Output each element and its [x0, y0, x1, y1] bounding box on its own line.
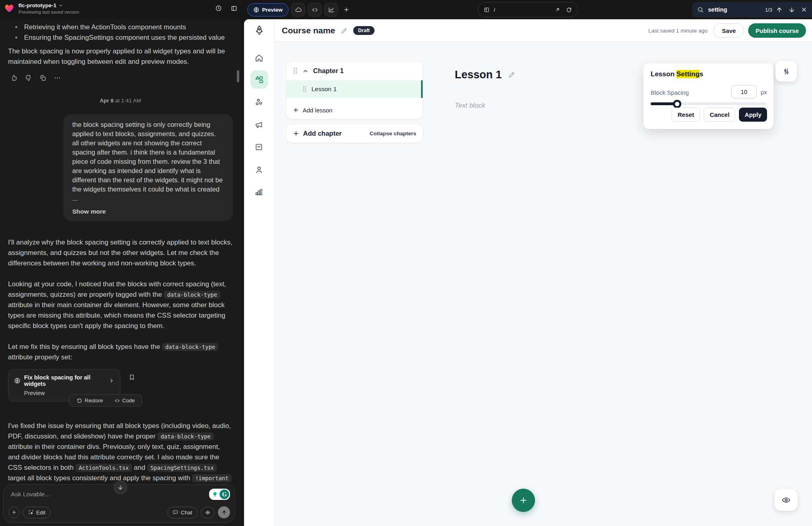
thumbs-down-icon[interactable]	[24, 73, 33, 82]
chat-scrollbar[interactable]	[237, 70, 239, 82]
project-name: flc-prototype-1	[18, 2, 57, 8]
open-external-button[interactable]	[555, 7, 560, 13]
copy-icon[interactable]	[39, 73, 47, 82]
code-icon	[311, 6, 318, 13]
cancel-button[interactable]: Cancel	[704, 108, 735, 122]
find-next-button[interactable]	[788, 6, 795, 13]
edit-mode-button[interactable]: Edit	[23, 507, 51, 518]
cloud-button[interactable]	[291, 3, 305, 16]
attach-button[interactable]	[8, 507, 20, 518]
lesson-list-item[interactable]: Lesson 1	[286, 80, 423, 98]
chevron-up-icon[interactable]	[302, 68, 309, 74]
preview-toggle-button[interactable]	[775, 489, 798, 511]
last-saved-text: Last saved 1 minute ago	[648, 28, 707, 34]
code-view-button[interactable]	[308, 3, 322, 16]
inline-code: data-block-type	[157, 432, 214, 440]
nav-nodes-icon[interactable]	[254, 98, 264, 107]
save-button[interactable]: Save	[713, 23, 744, 38]
chevron-down-icon	[59, 3, 63, 8]
code-button[interactable]: Code	[112, 397, 137, 404]
lesson-title-row: Lesson 1	[455, 67, 516, 82]
add-lesson-button[interactable]: Add lesson	[286, 101, 423, 119]
history-icon[interactable]	[215, 5, 222, 12]
nav-chart-icon[interactable]	[254, 188, 263, 196]
assistant-paragraph: I'll analyze why the block spacing setti…	[8, 237, 233, 269]
screen: flc-prototype-1 Previewing last saved ve…	[0, 0, 812, 526]
chapter-card: Chapter 1 Lesson 1 Add lesson	[286, 61, 423, 119]
plus-icon	[293, 107, 299, 113]
thumbs-up-icon[interactable]	[10, 73, 18, 82]
drag-handle-icon[interactable]	[302, 86, 307, 92]
pencil-icon[interactable]	[340, 27, 348, 35]
add-chapter-button[interactable]: Add chapter	[303, 130, 342, 137]
restore-button[interactable]: Restore	[74, 397, 106, 404]
voice-input-button[interactable]	[201, 507, 215, 518]
nav-user-icon[interactable]	[254, 165, 264, 174]
rocket-icon	[253, 24, 265, 37]
analytics-icon	[328, 6, 335, 13]
app-sidebar-rail	[244, 19, 275, 526]
assistant-paragraph: Looking at your code, I noticed that the…	[8, 279, 233, 331]
grammarly-widget[interactable]: G	[209, 489, 230, 500]
pencil-icon[interactable]	[508, 71, 516, 79]
eye-icon	[781, 495, 791, 505]
chat-input[interactable]	[10, 490, 163, 498]
add-block-fab[interactable]	[512, 489, 535, 512]
arrow-up-icon	[221, 510, 227, 516]
panel-toggle-icon[interactable]	[231, 5, 237, 12]
pages-icon	[484, 7, 490, 13]
app-preview: Course name Draft Last saved 1 minute ag…	[244, 19, 812, 526]
send-button[interactable]	[218, 506, 230, 518]
apply-button[interactable]: Apply	[739, 108, 767, 122]
chat-panel: Retrieving it when the ActionTools compo…	[0, 19, 241, 526]
inline-code: data-block-type	[164, 291, 220, 299]
edit-card-wrap: Fix block spacing for all widgets Previe…	[8, 369, 140, 402]
reset-button[interactable]: Reset	[672, 108, 700, 122]
chat-bubble-icon	[173, 510, 178, 515]
nav-home-icon[interactable]	[254, 53, 264, 63]
nav-content-shapes-icon[interactable]	[254, 75, 264, 84]
arrow-down-icon	[117, 484, 124, 491]
find-prev-button[interactable]	[776, 6, 783, 13]
show-more-link[interactable]: Show more	[72, 207, 224, 216]
bookmark-icon[interactable]	[128, 373, 136, 381]
arrow-up-icon	[776, 6, 783, 13]
voice-icon	[205, 510, 211, 516]
refresh-button[interactable]	[566, 7, 572, 13]
find-bar: 1/3	[692, 2, 812, 17]
new-tab-button[interactable]	[341, 3, 352, 16]
cloud-icon	[295, 6, 302, 13]
chat-mode-button[interactable]: Chat	[167, 507, 197, 518]
nav-bag-icon[interactable]	[254, 143, 263, 151]
text-block-placeholder[interactable]: Text block	[455, 102, 485, 110]
nav-megaphone-icon[interactable]	[254, 120, 264, 129]
more-icon[interactable]	[53, 73, 62, 82]
chapter-title: Chapter 1	[313, 67, 344, 75]
lightbulb-icon	[210, 489, 220, 499]
globe-icon	[253, 7, 259, 13]
scroll-to-bottom-button[interactable]	[114, 481, 127, 494]
block-spacing-input[interactable]	[731, 85, 757, 98]
close-icon	[801, 6, 807, 13]
settings-toggle-button[interactable]	[775, 61, 797, 82]
user-message-bubble: the block spacing setting is only correc…	[63, 114, 233, 221]
find-close-button[interactable]	[801, 6, 807, 13]
unit-label: px	[761, 89, 767, 96]
lovable-logo	[4, 3, 14, 14]
chevron-right-icon	[109, 378, 114, 383]
external-link-icon	[555, 7, 560, 12]
lesson-title: Lesson 1	[455, 67, 502, 82]
find-input[interactable]	[707, 6, 755, 13]
inline-code: data-block-type	[162, 343, 219, 351]
add-chapter-card: Add chapter Collapse chapters	[286, 124, 423, 143]
collapse-chapters-button[interactable]: Collapse chapters	[370, 130, 416, 137]
block-spacing-slider[interactable]	[651, 102, 766, 105]
project-switcher[interactable]: flc-prototype-1 Previewing last saved ve…	[18, 2, 79, 14]
preview-button[interactable]: Preview	[247, 3, 289, 16]
edit-select-icon	[28, 510, 34, 515]
url-bar[interactable]: /	[478, 2, 578, 17]
slider-thumb[interactable]	[673, 100, 682, 108]
analytics-button[interactable]	[324, 3, 338, 16]
publish-course-button[interactable]: Publish course	[748, 23, 806, 38]
drag-handle-icon[interactable]	[293, 67, 298, 74]
